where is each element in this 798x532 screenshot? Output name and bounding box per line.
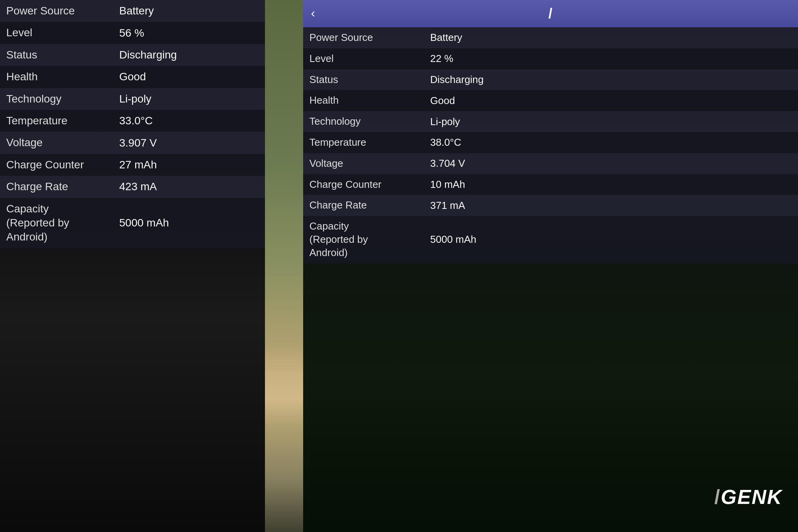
table-row: HealthGood <box>0 66 271 88</box>
table-row: Level56 % <box>0 22 271 44</box>
row-value: 10 mAh <box>424 174 798 195</box>
header-title: / <box>548 5 553 22</box>
row-label: Charge Counter <box>303 174 424 195</box>
row-label: Capacity(Reported byAndroid) <box>303 216 424 263</box>
row-label: Voltage <box>0 132 113 154</box>
table-row: Charge Counter10 mAh <box>303 174 798 195</box>
row-value: Discharging <box>113 44 271 66</box>
row-label: Technology <box>0 88 113 110</box>
table-row: Level22 % <box>303 48 798 69</box>
table-row: Capacity(Reported byAndroid)5000 mAh <box>303 216 798 263</box>
screen-left: Power SourceBatteryLevel56 %StatusDischa… <box>0 0 271 218</box>
right-header: ‹ / <box>303 0 798 27</box>
table-row: StatusDischarging <box>303 69 798 90</box>
row-label: Capacity(Reported byAndroid) <box>0 198 113 248</box>
row-label: Status <box>0 44 113 66</box>
table-row: Capacity(Reported byAndroid)5000 mAh <box>0 198 271 248</box>
left-battery-table: Power SourceBatteryLevel56 %StatusDischa… <box>0 0 271 248</box>
row-label: Status <box>303 69 424 90</box>
row-value: 3.907 V <box>113 132 271 154</box>
row-value: 423 mA <box>113 176 271 198</box>
row-label: Health <box>0 66 113 88</box>
table-row: Charge Rate371 mA <box>303 195 798 216</box>
row-value: Discharging <box>424 69 798 90</box>
row-value: 22 % <box>424 48 798 69</box>
table-row: Temperature33.0°C <box>0 110 271 132</box>
row-value: Good <box>113 66 271 88</box>
scene: Power SourceBatteryLevel56 %StatusDischa… <box>0 0 798 532</box>
row-label: Health <box>303 90 424 111</box>
row-label: Charge Counter <box>0 154 113 176</box>
row-value: 5000 mAh <box>113 198 271 248</box>
row-label: Charge Rate <box>0 176 113 198</box>
phone-left: Power SourceBatteryLevel56 %StatusDischa… <box>0 0 273 532</box>
row-label: Power Source <box>0 0 113 22</box>
table-row: Power SourceBattery <box>303 27 798 48</box>
row-value: 38.0°C <box>424 132 798 153</box>
row-label: Charge Rate <box>303 195 424 216</box>
row-value: 3.704 V <box>424 153 798 174</box>
row-value: 56 % <box>113 22 271 44</box>
row-label: Power Source <box>303 27 424 48</box>
row-value: Battery <box>424 27 798 48</box>
row-value: Li-poly <box>424 111 798 132</box>
row-label: Level <box>303 48 424 69</box>
row-label: Temperature <box>0 110 113 132</box>
table-row: Charge Counter27 mAh <box>0 154 271 176</box>
table-row: Voltage3.907 V <box>0 132 271 154</box>
row-label: Temperature <box>303 132 424 153</box>
row-label: Level <box>0 22 113 44</box>
table-row: Power SourceBattery <box>0 0 271 22</box>
row-label: Technology <box>303 111 424 132</box>
middle-gap <box>265 0 308 532</box>
row-value: 27 mAh <box>113 154 271 176</box>
watermark: /GENK <box>714 485 782 509</box>
table-row: Charge Rate423 mA <box>0 176 271 198</box>
row-value: Battery <box>113 0 271 22</box>
screen-right: ‹ / Power SourceBatteryLevel22 %StatusDi… <box>303 0 798 218</box>
row-label: Voltage <box>303 153 424 174</box>
table-row: TechnologyLi-poly <box>0 88 271 110</box>
row-value: 5000 mAh <box>424 216 798 263</box>
right-battery-table: Power SourceBatteryLevel22 %StatusDischa… <box>303 27 798 263</box>
watermark-brand: GENK <box>721 486 782 508</box>
row-value: 371 mA <box>424 195 798 216</box>
table-row: Temperature38.0°C <box>303 132 798 153</box>
table-row: HealthGood <box>303 90 798 111</box>
row-value: Good <box>424 90 798 111</box>
header-separator: / <box>548 5 553 21</box>
back-button[interactable]: ‹ <box>311 6 315 20</box>
table-row: TechnologyLi-poly <box>303 111 798 132</box>
row-value: Li-poly <box>113 88 271 110</box>
row-value: 33.0°C <box>113 110 271 132</box>
phone-right: ‹ / Power SourceBatteryLevel22 %StatusDi… <box>303 0 798 532</box>
watermark-main: /GENK <box>714 485 782 509</box>
table-row: Voltage3.704 V <box>303 153 798 174</box>
table-row: StatusDischarging <box>0 44 271 66</box>
